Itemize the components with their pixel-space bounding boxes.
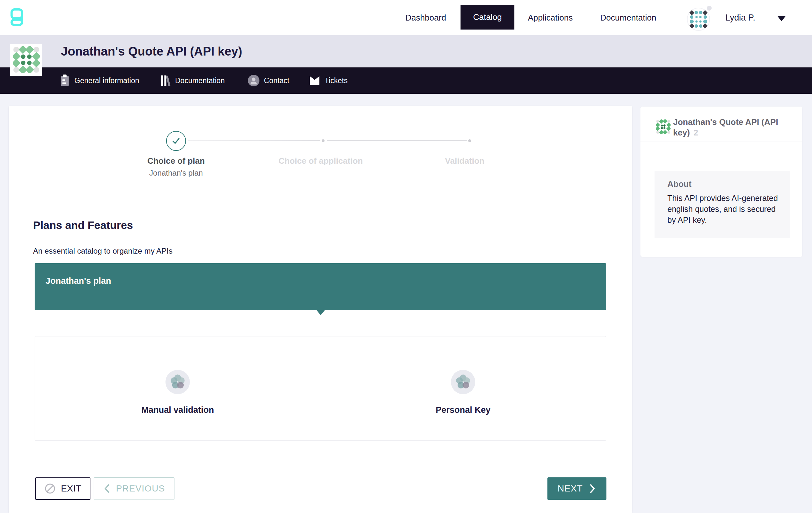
chevron-down-icon[interactable] (777, 16, 786, 21)
step-3-indicator (468, 139, 471, 142)
sidebar-api-title: Jonathan's Quote API (API key)2 (673, 117, 798, 138)
step-2-label: Choice of application (263, 156, 378, 166)
tab-documentation[interactable]: Documentation (161, 68, 225, 94)
nav-item-catalog[interactable]: Catalog (461, 5, 514, 30)
user-name[interactable]: Lydia P. (725, 0, 755, 35)
clipboard-icon (60, 75, 70, 87)
exit-button-label: EXIT (61, 483, 82, 494)
flower-icon (169, 374, 186, 390)
flower-icon (455, 374, 471, 390)
previous-button[interactable]: PREVIOUS (94, 477, 174, 500)
step-3-label: Validation (416, 156, 513, 166)
tab-tickets[interactable]: Tickets (309, 68, 348, 94)
feature-manual-validation: Manual validation (35, 336, 320, 440)
ban-icon (44, 483, 56, 494)
api-avatar (10, 44, 42, 76)
tab-general-information[interactable]: General information (60, 68, 139, 94)
chevron-right-icon (589, 484, 596, 493)
next-button[interactable]: NEXT (547, 477, 606, 500)
step-1-indicator (166, 131, 186, 151)
tab-label: Documentation (175, 76, 225, 85)
api-pattern-icon (656, 119, 671, 134)
stepper-connector (188, 140, 320, 141)
stepper-connector (327, 140, 467, 141)
user-avatar[interactable] (687, 8, 710, 31)
about-panel: About This API provides AI-generated eng… (655, 171, 790, 238)
sidebar-api-count-badge: 2 (694, 128, 698, 137)
api-tabbar: General information Documentation Contac… (0, 68, 812, 94)
tab-label: General information (75, 76, 139, 85)
subscription-wizard-card: Choice of plan Jonathan's plan Choice of… (9, 106, 632, 513)
feature-badge (451, 370, 475, 394)
next-button-label: NEXT (558, 483, 583, 494)
feature-personal-key: Personal Key (320, 336, 606, 440)
nav-item-documentation[interactable]: Documentation (598, 0, 659, 35)
contact-icon (248, 75, 259, 86)
chevron-left-icon (103, 484, 110, 493)
plan-features-panel: Manual validation Personal Key (35, 336, 606, 441)
tab-label: Tickets (324, 76, 348, 85)
tab-contact[interactable]: Contact (248, 68, 289, 94)
divider (9, 192, 632, 192)
plans-heading: Plans and Features (33, 219, 133, 232)
avatar-pattern-icon (690, 10, 707, 28)
api-pattern-icon (13, 46, 40, 73)
feature-label: Personal Key (435, 405, 490, 415)
divider (9, 460, 632, 460)
plan-pointer-arrow (317, 310, 325, 315)
books-icon (161, 75, 171, 87)
sidebar-api-title-text: Jonathan's Quote API (API key) (673, 117, 778, 137)
feature-label: Manual validation (141, 405, 214, 415)
selected-plan-banner[interactable]: Jonathan's plan (35, 263, 606, 310)
gravitee-logo-icon[interactable] (9, 5, 25, 30)
step-2-indicator (322, 139, 324, 142)
previous-button-label: PREVIOUS (116, 483, 165, 494)
check-icon (171, 136, 181, 146)
nav-item-applications[interactable]: Applications (525, 0, 576, 35)
portal-page: Dashboard Catalog Applications Documenta… (0, 0, 812, 513)
step-1-sublabel: Jonathan's plan (128, 168, 224, 178)
api-summary-card: Jonathan's Quote API (API key)2 About Th… (640, 107, 802, 257)
about-text: This API provides AI-generated english q… (667, 193, 780, 225)
step-1-label: Choice of plan (128, 156, 224, 166)
plans-description: An essential catalog to organize my APIs (33, 247, 173, 255)
nav-item-dashboard[interactable]: Dashboard (403, 0, 449, 35)
page-title: Jonathan's Quote API (API key) (61, 35, 242, 68)
feature-badge (166, 370, 190, 394)
exit-button[interactable]: EXIT (35, 477, 90, 500)
top-navbar: Dashboard Catalog Applications Documenta… (0, 0, 812, 35)
selected-plan-name: Jonathan's plan (46, 276, 111, 286)
tickets-icon (309, 76, 320, 85)
divider (640, 141, 802, 142)
notification-dot (707, 6, 712, 10)
about-title: About (667, 179, 691, 189)
tab-label: Contact (264, 76, 289, 85)
